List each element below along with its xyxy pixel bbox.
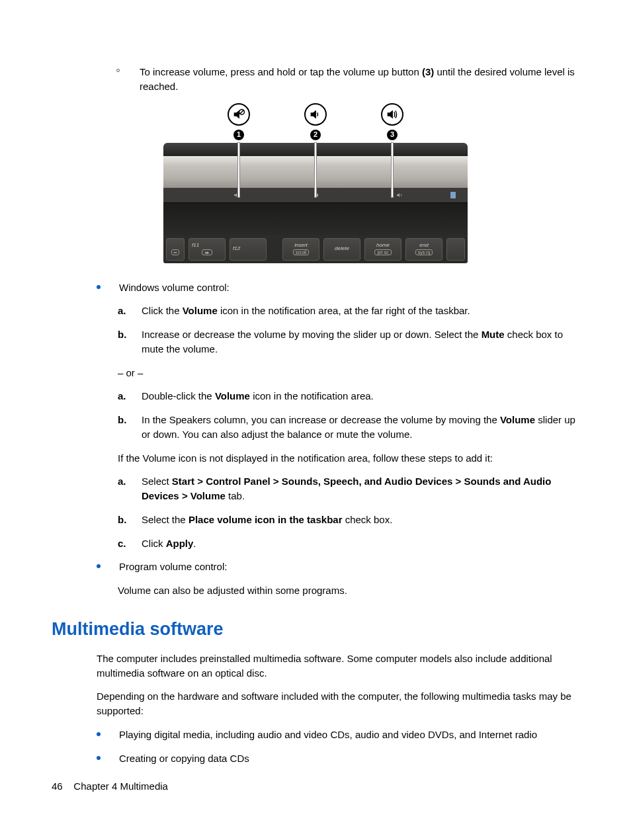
body-text: Volume can also be adjusted within some … xyxy=(118,583,579,598)
body-text: Creating or copying data CDs xyxy=(119,751,579,766)
section-heading-multimedia-software: Multimedia software xyxy=(52,616,579,642)
list-label: b. xyxy=(118,513,142,527)
body-text: In the Speakers column, you can increase… xyxy=(142,413,579,442)
callout-line xyxy=(392,143,393,197)
key-insert: insertscroll xyxy=(282,238,319,261)
bullet-windows-volume: Windows volume control: xyxy=(97,280,579,295)
bullet-playing-media: Playing digital media, including audio a… xyxy=(97,728,579,742)
volume-down-icon xyxy=(304,103,327,126)
body-text: The computer includes preinstalled multi… xyxy=(97,651,579,681)
body-text: Program volume control: xyxy=(119,560,579,574)
svg-line-1 xyxy=(240,110,244,114)
key-delete: delete xyxy=(323,238,360,261)
bullet-dot-icon xyxy=(97,732,101,736)
body-text: Click Apply. xyxy=(142,536,579,551)
step-a1: a. Click the Volume icon in the notifica… xyxy=(118,304,579,318)
body-text: Select Start > Control Panel > Sounds, S… xyxy=(142,474,579,503)
list-label: b. xyxy=(118,327,142,342)
body-text: Double-click the Volume icon in the noti… xyxy=(142,389,579,403)
step-a2: a. Double-click the Volume icon in the n… xyxy=(118,389,579,403)
step-b1: b. Increase or decrease the volume by mo… xyxy=(118,327,579,357)
page-footer: 46 Chapter 4 Multimedia xyxy=(52,779,168,794)
step-c1: a. Select Start > Control Panel > Sounds… xyxy=(118,474,579,503)
callout-1: 1 xyxy=(233,130,244,140)
body-text: Click the Volume icon in the notificatio… xyxy=(142,304,579,318)
body-text: To increase volume, press and hold or ta… xyxy=(140,65,579,94)
list-label: b. xyxy=(118,413,142,427)
led-icon xyxy=(450,192,456,198)
page-number: 46 xyxy=(52,780,63,792)
bullet-program-volume: Program volume control: xyxy=(97,560,579,574)
volume-mute-icon xyxy=(228,103,250,126)
list-label: a. xyxy=(118,304,142,318)
list-label: c. xyxy=(118,536,142,551)
key-end: endsys rq xyxy=(405,238,442,261)
key-partial: ▪▪ xyxy=(166,238,185,261)
hollow-bullet-icon xyxy=(116,69,120,72)
callout-2: 2 xyxy=(310,130,321,140)
sub-bullet-volume-up: To increase volume, press and hold or ta… xyxy=(116,65,579,94)
list-label: a. xyxy=(118,389,142,403)
bullet-dot-icon xyxy=(97,756,101,760)
step-c3: c. Click Apply. xyxy=(118,536,579,551)
bullet-creating-cds: Creating or copying data CDs xyxy=(97,751,579,766)
body-text: Windows volume control: xyxy=(119,280,579,295)
callout-3: 3 xyxy=(387,130,398,140)
key-f11: f11◂▸ xyxy=(189,238,226,261)
step-b2: b. In the Speakers column, you can incre… xyxy=(118,413,579,442)
step-c2: b. Select the Place volume icon in the t… xyxy=(118,513,579,527)
strip-volup-icon xyxy=(396,192,404,198)
bullet-dot-icon xyxy=(97,285,101,289)
or-divider: – or – xyxy=(118,366,579,380)
body-text: Depending on the hardware and software i… xyxy=(97,689,579,718)
callout-line xyxy=(238,143,239,197)
body-text: Increase or decrease the volume by movin… xyxy=(142,327,579,357)
body-text: Select the Place volume icon in the task… xyxy=(142,513,579,527)
volume-buttons-figure: 1 2 3 ▪▪ f11◂▸ f12 insertscroll delete xyxy=(163,103,468,263)
list-label: a. xyxy=(118,474,142,489)
chapter-label: Chapter 4 Multimedia xyxy=(73,780,168,792)
key-partial xyxy=(446,238,465,261)
callout-line xyxy=(315,143,316,197)
body-text: Playing digital media, including audio a… xyxy=(119,728,579,742)
notice-text: If the Volume icon is not displayed in t… xyxy=(118,451,579,466)
key-home: homeprt sc xyxy=(364,238,401,261)
key-f12: f12 xyxy=(230,238,267,261)
bullet-dot-icon xyxy=(97,564,101,568)
volume-up-icon xyxy=(381,103,403,126)
